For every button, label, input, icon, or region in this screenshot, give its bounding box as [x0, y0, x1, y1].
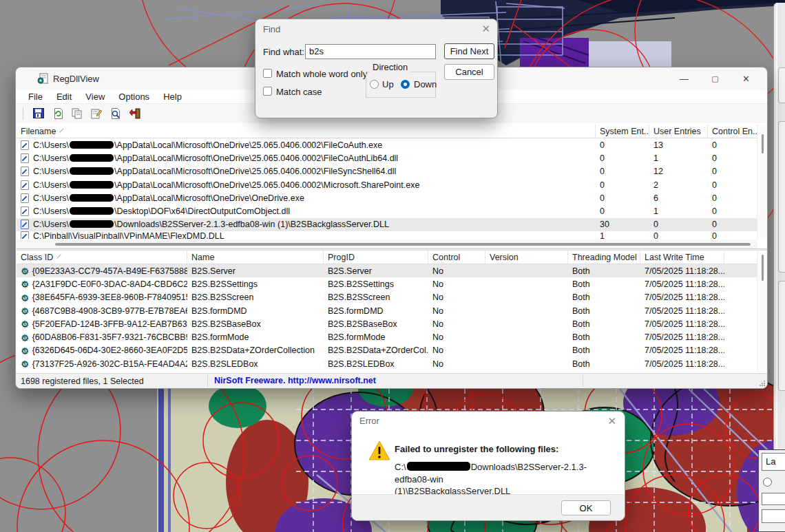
filename-text: C:\Users\\AppData\Local\Microsoft\OneDri…	[33, 180, 419, 190]
menu-item-file[interactable]: File	[21, 90, 50, 103]
upper-vertical-scrollbar[interactable]	[757, 125, 767, 239]
error-file-path: C:\Downloads\B2SServer-2.1.3-edfba08-win…	[395, 461, 608, 498]
column-header-progid[interactable]: ProgID	[324, 251, 428, 264]
com-class-gear-icon: ⚙	[21, 306, 29, 315]
table-row[interactable]: ⚙{5F20EFAD-124B-3FFB-9A12-EAB7B63A4...B2…	[17, 317, 757, 330]
table-row[interactable]: C:\Users\\Downloads\B2SServer-2.1.3-edfb…	[17, 218, 757, 231]
properties-icon	[91, 108, 102, 119]
resize-grip[interactable]	[759, 380, 766, 387]
lower-vertical-scrollbar[interactable]	[757, 251, 767, 372]
redaction-blob	[70, 181, 114, 189]
match-whole-word-checkbox[interactable]	[263, 69, 272, 78]
exit-button[interactable]	[128, 107, 142, 120]
sort-indicator-icon: ⁄	[58, 253, 61, 260]
column-header-last-write-time[interactable]: Last Write Time	[640, 251, 724, 264]
last-write-time-cell: 7/05/2025 11:18:28...	[640, 266, 724, 276]
system-entries-cell: 1	[596, 231, 649, 239]
menu-item-options[interactable]: Options	[112, 90, 156, 103]
copy-icon	[72, 108, 83, 119]
nirsoft-link[interactable]: NirSoft Freeware. http://www.nirsoft.net	[214, 376, 376, 385]
direction-up-radio[interactable]	[370, 80, 379, 89]
panel-radio-sliver[interactable]	[763, 478, 772, 487]
match-case-checkbox[interactable]	[263, 87, 272, 96]
save-button[interactable]	[32, 107, 45, 120]
progid-cell: B2S.Server	[324, 266, 428, 276]
error-close-icon[interactable]: ✕	[607, 415, 616, 427]
progid-cell: B2S.formDMD	[324, 306, 428, 316]
ok-button[interactable]: OK	[561, 500, 611, 515]
refresh-button[interactable]	[51, 107, 65, 120]
table-row[interactable]: C:\Users\\Desktop\DOF\x64\DirectOutputCo…	[17, 204, 757, 217]
column-header-name[interactable]: Name	[187, 251, 324, 264]
threading-model-cell: Both	[568, 279, 640, 289]
panel-box-sliver[interactable]	[762, 493, 785, 505]
table-row[interactable]: ⚙{60DA8B06-F831-35F7-9321-76CBCBB992...B…	[17, 330, 757, 343]
desktop: RegDllView — ▢ ✕ FileEditViewOptionsHelp	[0, 0, 785, 532]
minimize-button[interactable]: —	[669, 67, 700, 90]
column-header-control-en-[interactable]: Control En...	[708, 125, 757, 138]
control-cell: No	[428, 266, 485, 276]
upper-horizontal-scrollbar[interactable]	[17, 240, 757, 248]
control-entries-cell: 0	[708, 140, 757, 150]
progid-cell: B2S.formMode	[324, 332, 428, 342]
class-id-cell: ⚙{5F20EFAD-124B-3FFB-9A12-EAB7B63A4...	[17, 319, 187, 329]
lower-table-rows: ⚙{09E233A3-CC79-457A-B49E-F637588891...B…	[17, 264, 757, 372]
progid-cell: B2S.B2SLEDBox	[324, 359, 428, 369]
table-row-clipped[interactable]: C:\Pinball\VisualPinball\VPinMAME\FlexDM…	[17, 231, 757, 239]
com-class-gear-icon: ⚙	[21, 319, 29, 328]
direction-down-radio[interactable]	[401, 80, 410, 89]
column-header-version[interactable]: Version	[485, 251, 568, 264]
filename-text: C:\Users\\Desktop\DOF\x64\DirectOutputCo…	[33, 206, 290, 216]
find-what-input[interactable]: b2s	[305, 44, 436, 59]
column-header-control[interactable]: Control	[428, 251, 485, 264]
table-row[interactable]: C:\Users\\AppData\Local\Microsoft\OneDri…	[17, 165, 757, 178]
upper-hscrollbar-thumb[interactable]	[55, 243, 751, 246]
menu-item-edit[interactable]: Edit	[50, 90, 78, 103]
system-entries-cell: 0	[596, 193, 649, 203]
table-row[interactable]: C:\Users\\AppData\Local\Microsoft\OneDri…	[17, 178, 757, 191]
refresh-icon	[53, 108, 63, 119]
lower-vscrollbar-thumb[interactable]	[762, 255, 764, 281]
table-row[interactable]: C:\Users\\AppData\Local\Microsoft\OneDri…	[17, 138, 757, 151]
column-header-threading-model[interactable]: Threading Model	[568, 251, 640, 264]
find-button[interactable]	[109, 107, 123, 120]
maximize-button[interactable]: ▢	[700, 67, 731, 90]
table-row[interactable]: ⚙{73137F25-A926-302C-B15A-FE4AD4A2D...B2…	[17, 357, 757, 370]
filename-text: C:\Users\\Downloads\B2SServer-2.1.3-edfb…	[33, 220, 389, 229]
class-id-text: {4687C9B8-4908-3CB9-977B-E7B78EA6AF...	[32, 306, 187, 316]
com-class-gear-icon: ⚙	[21, 346, 29, 355]
upper-vscrollbar-thumb[interactable]	[762, 134, 764, 153]
table-row[interactable]: ⚙{6326D645-06D4-30E2-8660-3EA0F2D539...B…	[17, 344, 757, 357]
control-cell: No	[428, 345, 485, 355]
column-header-system-ent-[interactable]: System Ent...	[596, 125, 649, 138]
class-id-cell: ⚙{4687C9B8-4908-3CB9-977B-E7B78EA6AF...	[17, 306, 187, 316]
menu-item-help[interactable]: Help	[156, 90, 189, 103]
progid-cell: B2S.B2SBaseBox	[324, 319, 428, 329]
control-cell: No	[428, 319, 485, 329]
table-row[interactable]: C:\Users\\AppData\Local\Microsoft\OneDri…	[17, 191, 757, 204]
last-write-time-cell: 7/05/2025 11:18:28...	[640, 359, 724, 369]
table-row[interactable]: ⚙{4687C9B8-4908-3CB9-977B-E7B78EA6AF...B…	[17, 304, 757, 317]
table-row[interactable]: ⚙{2A31F9DC-E0F0-3DAC-8AD4-CBD6C2A...B2S.…	[17, 277, 757, 290]
find-next-button[interactable]: Find Next	[444, 43, 494, 59]
control-entries-cell: 0	[708, 180, 757, 190]
filename-text: C:\Users\\AppData\Local\Microsoft\OneDri…	[33, 153, 398, 163]
column-header-filename[interactable]: Filename⁄	[17, 125, 596, 138]
properties-button[interactable]	[90, 107, 103, 120]
column-header-user-entries[interactable]: User Entries	[649, 125, 708, 138]
table-row[interactable]: ⚙{38E645FA-6939-3EE8-960B-F78409515C82}B…	[17, 291, 757, 304]
find-close-icon[interactable]: ✕	[481, 23, 490, 35]
redaction-blob	[70, 194, 114, 202]
system-entries-cell: 0	[596, 180, 649, 190]
close-button[interactable]: ✕	[731, 67, 762, 90]
cancel-button[interactable]: Cancel	[444, 64, 494, 80]
table-row[interactable]: ⚙{09E233A3-CC79-457A-B49E-F637588891...B…	[17, 264, 757, 277]
table-row[interactable]: C:\Users\\AppData\Local\Microsoft\OneDri…	[17, 151, 757, 164]
panel-box-sliver[interactable]	[762, 509, 785, 523]
match-whole-word-label: Match whole word only	[276, 69, 367, 79]
copy-button[interactable]	[70, 107, 84, 120]
find-dialog-title: Find	[263, 24, 280, 34]
menu-item-view[interactable]: View	[78, 90, 112, 103]
file-icon	[21, 220, 29, 229]
column-header-class-id[interactable]: Class ID⁄	[17, 251, 187, 264]
